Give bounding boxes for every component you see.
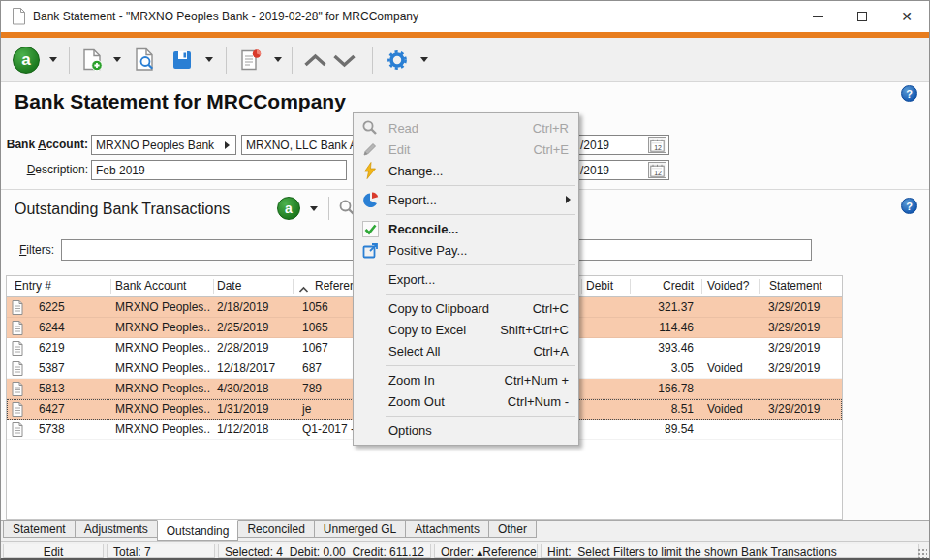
- menu-separator: [354, 361, 578, 369]
- title-bar: Bank Statement - "MRXNO Peoples Bank - 2…: [1, 1, 929, 32]
- calendar-button[interactable]: 12: [648, 162, 666, 178]
- column-header-date[interactable]: Date: [217, 279, 241, 293]
- tab-other[interactable]: Other: [488, 521, 537, 538]
- cell-entry: 6427: [39, 402, 65, 416]
- tab-attachments[interactable]: Attachments: [405, 521, 489, 538]
- tab-reconciled[interactable]: Reconciled: [237, 521, 314, 538]
- menu-item-read[interactable]: ReadCtrl+R: [354, 117, 578, 139]
- menu-item-copy-to-excel[interactable]: Copy to ExcelShift+Ctrl+C: [354, 319, 578, 340]
- status-mode: Edit: [3, 544, 104, 558]
- cell-statement: 3/29/2019: [768, 361, 820, 375]
- export-icon: [360, 242, 380, 259]
- cell-credit: 393.46: [658, 341, 694, 355]
- column-separator: [581, 279, 582, 294]
- new-document-caret[interactable]: [113, 57, 121, 62]
- cell-voided: Voided: [707, 361, 743, 375]
- menu-item-copy-to-clipboard[interactable]: Copy to ClipboardCtrl+C: [354, 297, 578, 319]
- help-button[interactable]: ?: [901, 198, 917, 214]
- grid-logo-caret[interactable]: [310, 206, 318, 211]
- column-header-bank-account[interactable]: Bank Account: [115, 279, 186, 293]
- entry-document-icon: [12, 361, 23, 379]
- save-caret[interactable]: [205, 57, 213, 62]
- column-header-debit[interactable]: Debit: [586, 279, 613, 293]
- description-value: Feb 2019: [96, 164, 145, 177]
- bottom-tab-bar: Statement Adjustments Outstanding Reconc…: [1, 520, 929, 541]
- lookup-arrow-icon[interactable]: [225, 141, 230, 149]
- close-button[interactable]: ✕: [884, 1, 929, 32]
- minimize-button[interactable]: [795, 1, 840, 32]
- new-document-button[interactable]: [80, 48, 104, 75]
- cell-bank-account: MRXNO Peoples...: [115, 300, 210, 314]
- cell-bank-account: MRXNO Peoples...: [115, 402, 210, 416]
- column-header-entry[interactable]: Entry #: [15, 279, 51, 293]
- status-order: Order: ▴Reference: [434, 544, 538, 558]
- column-header-credit[interactable]: Credit: [663, 279, 694, 293]
- svg-text:12: 12: [654, 169, 662, 175]
- tab-adjustments[interactable]: Adjustments: [75, 521, 158, 538]
- page-title: Bank Statement for MRCCompany: [15, 90, 346, 113]
- calendar-button[interactable]: 12: [648, 137, 666, 153]
- move-up-button[interactable]: [302, 51, 328, 73]
- menu-item-edit[interactable]: EditCtrl+E: [354, 139, 578, 160]
- toolbar-separator: [69, 47, 70, 74]
- status-total: Total: 7: [107, 544, 215, 558]
- submenu-arrow-icon: [566, 196, 571, 203]
- preview-document-button[interactable]: [134, 47, 156, 75]
- column-header-statement[interactable]: Statement: [769, 279, 822, 293]
- report-caret[interactable]: [274, 57, 282, 62]
- cell-date: 1/12/2018: [217, 422, 268, 436]
- column-separator: [701, 279, 702, 294]
- cell-date: 12/18/2017: [217, 361, 275, 375]
- column-separator: [293, 279, 294, 294]
- menu-item-positive-pay[interactable]: Positive Pay...: [354, 239, 578, 261]
- cell-credit: 89.54: [665, 422, 694, 436]
- menu-separator: [354, 261, 578, 268]
- document-icon: [12, 8, 26, 28]
- question-mark-icon: ?: [906, 201, 913, 212]
- logo-dropdown-caret[interactable]: [49, 57, 57, 62]
- menu-separator: [354, 412, 578, 420]
- menu-item-zoom-out[interactable]: Zoom OutCtrl+Num -: [354, 390, 578, 412]
- bank-account-combo[interactable]: MRXNO Peoples Bank: [91, 135, 236, 155]
- cell-bank-account: MRXNO Peoples...: [115, 341, 210, 355]
- menu-separator: [354, 181, 578, 189]
- main-toolbar: a: [1, 38, 929, 82]
- menu-item-export[interactable]: Export...: [354, 268, 578, 290]
- description-field[interactable]: Feb 2019: [91, 160, 347, 180]
- menu-item-select-all[interactable]: Select AllCtrl+A: [354, 340, 578, 361]
- menu-item-options[interactable]: Options: [354, 420, 578, 441]
- menu-item-reconcile[interactable]: Reconcile...: [354, 218, 578, 239]
- bank-account-label: Bank Account:: [1, 138, 88, 151]
- tab-unmerged-gl[interactable]: Unmerged GL: [314, 521, 406, 538]
- settings-caret[interactable]: [420, 57, 428, 62]
- help-button[interactable]: ?: [901, 85, 917, 102]
- cell-bank-account: MRXNO Peoples...: [115, 321, 210, 334]
- cell-reference: 1056: [302, 300, 328, 314]
- save-button[interactable]: [171, 49, 193, 74]
- menu-item-report[interactable]: Report...: [354, 189, 578, 210]
- resize-grip[interactable]: [917, 548, 927, 558]
- question-mark-icon: ?: [906, 88, 913, 100]
- tab-outstanding[interactable]: Outstanding: [157, 520, 239, 541]
- move-down-button[interactable]: [331, 51, 357, 73]
- window-title: Bank Statement - "MRXNO Peoples Bank - 2…: [33, 10, 418, 23]
- grid-logo-button[interactable]: a: [277, 197, 300, 220]
- menu-item-change[interactable]: Change...: [354, 160, 578, 181]
- maximize-button[interactable]: [840, 1, 884, 32]
- app-logo-button[interactable]: a: [13, 47, 40, 74]
- column-header-voided[interactable]: Voided?: [707, 279, 749, 293]
- cell-statement: 3/29/2019: [768, 300, 820, 314]
- tab-statement[interactable]: Statement: [3, 521, 76, 538]
- menu-item-zoom-in[interactable]: Zoom InCtrl+Num +: [354, 369, 578, 390]
- toolbar-separator: [292, 47, 293, 74]
- report-button[interactable]: [239, 48, 263, 75]
- section-title: Outstanding Bank Transactions: [15, 201, 230, 218]
- pie-chart-icon: [360, 192, 380, 208]
- check-icon: [360, 221, 380, 237]
- settings-gear-button[interactable]: [386, 48, 409, 75]
- separator: [328, 197, 329, 220]
- entry-document-icon: [12, 341, 23, 358]
- entry-document-icon: [12, 422, 23, 440]
- cell-date: 1/31/2019: [217, 402, 268, 416]
- cell-bank-account: MRXNO Peoples...: [115, 361, 210, 375]
